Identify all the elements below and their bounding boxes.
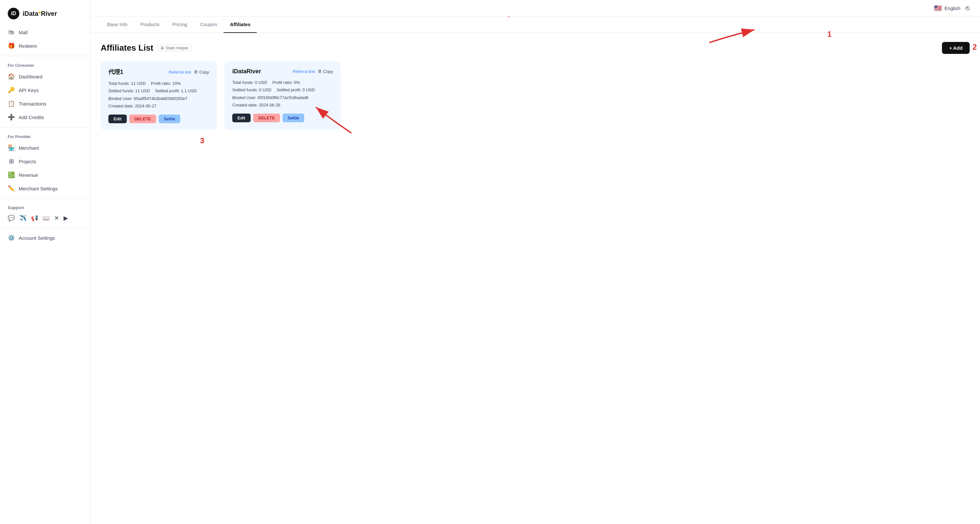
revenue-icon: 💹 — [8, 171, 15, 178]
projects-icon: ⊞ — [8, 158, 15, 165]
created-date-0: Created date: 2024-06-27 — [108, 102, 209, 110]
created-date-1: Created date: 2024-06-28 — [232, 101, 333, 109]
sidebar-item-add-credits[interactable]: ➕ Add Credits — [0, 110, 90, 124]
for-consumer-label: For Consumer — [0, 59, 90, 70]
copy-icon-0: 🖹 — [194, 70, 198, 75]
stats-helper-label: Stats Helper — [165, 46, 189, 50]
info-row-funds-1: Total funds: 0 USD Profit ratio: 0% — [232, 79, 333, 86]
announcement-icon[interactable]: 📢 — [31, 215, 38, 222]
card-header-0: 代理1 Referral link 🖹 Copy — [108, 68, 209, 76]
sidebar-item-label: Add Credits — [19, 115, 44, 120]
logo-icon: iD — [8, 8, 19, 19]
info-row-settled-0: Settled funds: 11 USD Settled profit: 1.… — [108, 87, 209, 94]
sidebar-item-account-settings[interactable]: ⚙️ Account Settings — [0, 231, 90, 245]
logo-text: iData*River — [22, 10, 57, 18]
sidebar-item-label: Transactions — [19, 101, 46, 107]
header: 🇺🇸 English ⎋ — [90, 0, 980, 16]
twitter-icon[interactable]: ✕ — [54, 215, 59, 222]
redeem-icon: 🎁 — [8, 42, 15, 49]
dashboard-icon: 🏠 — [8, 73, 15, 80]
sidebar-item-redeem[interactable]: 🎁 Redeem — [0, 39, 90, 53]
binded-user-0: Binded User: 65a0f5474b3bdd0366f283e7 — [108, 95, 209, 102]
add-credits-icon: ➕ — [8, 113, 15, 121]
copy-button-0[interactable]: 🖹 Copy — [194, 70, 209, 75]
sidebar-item-transactions[interactable]: 📋 Transactions — [0, 97, 90, 110]
sidebar-item-label: Merchant Settings — [19, 186, 58, 191]
sidebar-item-label: Mall — [19, 30, 28, 35]
settle-button-0[interactable]: Settle — [159, 115, 180, 123]
page-body: Affiliates List 🖥 Stats Helper + Add 代理1… — [90, 33, 980, 139]
delete-button-1[interactable]: DELETE — [253, 113, 280, 122]
merchant-icon: 🏪 — [8, 144, 15, 151]
annotation-1: 1 — [827, 30, 832, 39]
divider — [0, 127, 90, 127]
add-affiliate-button[interactable]: + Add — [942, 42, 970, 54]
sidebar-item-label: Account Settings — [19, 235, 55, 241]
docs-icon[interactable]: 📖 — [43, 215, 50, 222]
support-label: Support — [0, 202, 90, 212]
logout-button[interactable]: ⎋ — [966, 4, 970, 12]
youtube-icon[interactable]: ▶ — [64, 215, 68, 222]
support-icons-row: 💬 ✈️ 📢 📖 ✕ ▶ — [0, 212, 90, 224]
sidebar: iD iData*River 🛍 Mall 🎁 Redeem For Consu… — [0, 0, 90, 524]
affiliate-card-1: iDataRiver Referral link 🖹 Copy Total fu… — [224, 62, 340, 130]
account-settings-icon: ⚙️ — [8, 234, 15, 241]
sidebar-item-merchant-settings[interactable]: ✏️ Merchant Settings — [0, 182, 90, 195]
annotation-3: 3 — [200, 136, 204, 145]
logo[interactable]: iD iData*River — [0, 5, 90, 26]
sidebar-item-label: Projects — [19, 159, 36, 164]
divider — [0, 56, 90, 56]
discord-icon[interactable]: 💬 — [8, 215, 15, 222]
info-row-settled-1: Settled funds: 0 USD Settled profit: 0 U… — [232, 86, 333, 94]
language-label: English — [945, 5, 960, 11]
card-header-1: iDataRiver Referral link 🖹 Copy — [232, 68, 333, 75]
sidebar-item-projects[interactable]: ⊞ Projects — [0, 154, 90, 168]
delete-button-0[interactable]: DELETE — [129, 115, 156, 123]
stats-helper-link[interactable]: 🖥 Stats Helper — [157, 45, 192, 51]
telegram-icon[interactable]: ✈️ — [19, 215, 27, 222]
sidebar-item-revenue[interactable]: 💹 Revenue — [0, 168, 90, 182]
sidebar-item-label: Merchant — [19, 145, 39, 151]
divider — [0, 228, 90, 228]
annotation-2: 2 — [972, 43, 977, 52]
content-area: Base Info Products Pricing Coupon Affili… — [90, 16, 980, 524]
sidebar-item-mall[interactable]: 🛍 Mall — [0, 26, 90, 39]
tab-coupon[interactable]: Coupon — [194, 16, 224, 33]
affiliate-name-0: 代理1 — [108, 68, 123, 76]
merchant-settings-icon: ✏️ — [8, 185, 15, 192]
settle-button-1[interactable]: Settle — [283, 113, 304, 122]
referral-link-1[interactable]: Referral link — [293, 69, 315, 74]
edit-button-1[interactable]: Edit — [232, 113, 251, 122]
language-selector[interactable]: 🇺🇸 English — [934, 4, 960, 12]
edit-button-0[interactable]: Edit — [108, 115, 127, 123]
sidebar-item-dashboard[interactable]: 🏠 Dashboard — [0, 70, 90, 83]
sidebar-item-label: Dashboard — [19, 74, 42, 80]
card-actions-1: Referral link 🖹 Copy — [293, 69, 333, 74]
sidebar-item-label: API Keys — [19, 88, 39, 93]
page-title: Affiliates List — [101, 43, 153, 53]
tab-affiliates[interactable]: Affiliates — [224, 16, 257, 33]
card-footer-0: Edit DELETE Settle — [108, 115, 209, 123]
copy-button-1[interactable]: 🖹 Copy — [318, 69, 333, 74]
sidebar-item-label: Redeem — [19, 43, 37, 49]
page-title-row: Affiliates List 🖥 Stats Helper + Add — [101, 42, 970, 54]
main-content: 🇺🇸 English ⎋ Base Info Products Pricing … — [90, 0, 980, 524]
card-info-0: Total funds: 11 USD Profit ratio: 10% Se… — [108, 80, 209, 110]
sidebar-item-api-keys[interactable]: 🔑 API Keys — [0, 83, 90, 97]
card-actions-0: Referral link 🖹 Copy — [169, 70, 209, 75]
mall-icon: 🛍 — [8, 29, 15, 36]
sidebar-item-merchant[interactable]: 🏪 Merchant — [0, 141, 90, 154]
sidebar-item-label: Revenue — [19, 172, 38, 178]
copy-icon-1: 🖹 — [318, 69, 322, 74]
binded-user-1: Binded User: 65f16fd3f8c77acf1d6adad6 — [232, 94, 333, 101]
tab-pricing[interactable]: Pricing — [166, 16, 194, 33]
stats-icon: 🖥 — [160, 46, 164, 50]
tab-products[interactable]: Products — [134, 16, 166, 33]
tab-base-info[interactable]: Base Info — [101, 16, 134, 33]
card-footer-1: Edit DELETE Settle — [232, 113, 333, 122]
affiliates-cards-grid: 代理1 Referral link 🖹 Copy Total funds: 11… — [101, 62, 970, 130]
divider — [0, 198, 90, 199]
referral-link-0[interactable]: Referral link — [169, 70, 191, 75]
for-provider-label: For Provider — [0, 131, 90, 141]
affiliate-name-1: iDataRiver — [232, 68, 261, 75]
